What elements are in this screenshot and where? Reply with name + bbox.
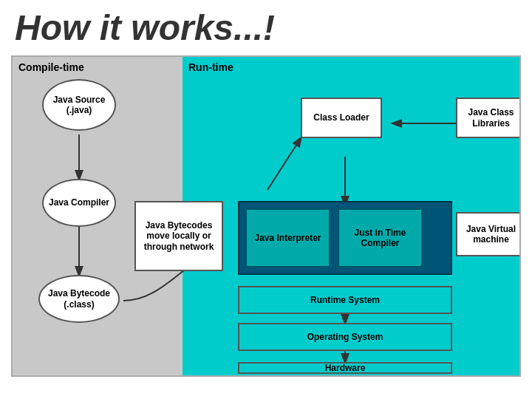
java-bytecode-node: Java Bytecode (.class) [38,275,120,323]
hardware-node: Hardware [238,362,452,374]
diagram-container: Compile-time Run-time [11,55,521,377]
page: How it works...! Compile-time Run-time [0,0,532,399]
compile-time-label: Compile-time [18,61,84,73]
runtime-label: Run-time [188,61,233,73]
operating-system-node: Operating System [238,323,452,351]
java-class-libraries-node: Java Class Libraries [456,98,521,138]
runtime-system-node: Runtime System [238,286,452,314]
page-title: How it works...! [0,0,532,52]
java-virtual-machine-node: Java Virtual machine [456,212,521,256]
java-interpreter-node: Java Interpreter [245,208,330,267]
class-loader-node: Class Loader [301,98,382,138]
java-source-node: Java Source (.java) [42,79,116,131]
java-bytecodes-move-node: Java Bytecodes move locally or through n… [134,201,223,271]
just-in-time-compiler-node: Just in Time Compiler [338,208,423,267]
java-compiler-node: Java Compiler [42,179,116,227]
